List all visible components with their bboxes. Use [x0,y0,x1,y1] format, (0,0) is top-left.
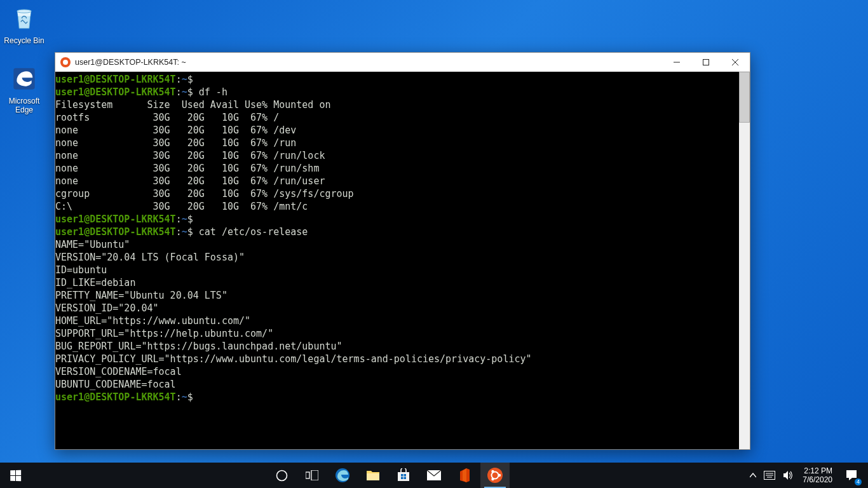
taskbar-task-view-button[interactable] [297,463,327,488]
store-icon [397,468,410,482]
scrollbar-thumb[interactable] [739,72,750,123]
taskbar-app-mail[interactable] [419,463,449,488]
edge-icon [9,64,39,94]
keyboard-icon [764,471,775,480]
circle-icon [276,470,288,482]
windows-logo-icon [10,470,21,480]
office-icon [458,468,471,483]
taskbar-app-ubuntu[interactable] [480,463,510,488]
svg-rect-11 [401,474,403,477]
desktop-icon-recycle-bin[interactable]: Recycle Bin [0,3,48,45]
scrollbar[interactable] [739,72,750,449]
maximize-button[interactable] [691,53,721,71]
recycle-bin-icon [9,3,39,34]
clock-date: 7/6/2020 [803,475,832,484]
desktop-icon-microsoft-edge[interactable]: Microsoft Edge [0,64,48,114]
svg-rect-7 [306,472,309,478]
chevron-up-icon [750,473,756,478]
svg-point-6 [276,470,287,480]
action-center-button[interactable]: 4 [837,463,865,488]
speaker-icon [783,470,794,480]
tray-show-hidden-icons[interactable] [746,463,760,488]
notification-badge: 4 [855,478,862,485]
svg-rect-3 [703,59,709,65]
taskbar-clock[interactable]: 2:12 PM 7/6/2020 [797,466,837,484]
svg-rect-14 [404,477,407,480]
desktop[interactable]: Recycle Bin Microsoft Edge user1@DESKTOP… [0,0,868,463]
svg-rect-10 [398,472,409,481]
ubuntu-icon [487,467,503,484]
window-title: user1@DESKTOP-LKRK54T: ~ [75,58,662,67]
edge-icon [335,468,350,483]
taskbar-cortana-button[interactable] [267,463,296,488]
folder-icon [366,469,380,482]
svg-rect-12 [404,474,407,477]
ubuntu-icon [60,57,71,67]
svg-point-19 [491,470,494,473]
svg-point-18 [498,474,501,477]
task-view-icon [306,470,318,480]
svg-rect-1 [13,68,34,89]
svg-rect-8 [311,470,318,480]
close-button[interactable] [721,53,750,71]
clock-time: 2:12 PM [803,466,832,475]
terminal-window[interactable]: user1@DESKTOP-LKRK54T: ~ user1@DESKTOP-L… [55,52,750,450]
tray-volume[interactable] [779,463,797,488]
svg-point-0 [17,10,32,13]
terminal-output[interactable]: user1@DESKTOP-LKRK54T:~$ user1@DESKTOP-L… [55,72,739,449]
window-titlebar[interactable]: user1@DESKTOP-LKRK54T: ~ [55,53,750,72]
mail-icon [426,470,442,481]
taskbar-app-edge[interactable] [328,463,357,488]
taskbar-app-office[interactable] [450,463,479,488]
desktop-icon-label: Recycle Bin [0,36,48,45]
desktop-icon-label: Microsoft Edge [0,97,48,114]
taskbar-app-file-explorer[interactable] [358,463,388,488]
minimize-button[interactable] [662,53,691,71]
taskbar-app-microsoft-store[interactable] [389,463,418,488]
taskbar: 2:12 PM 7/6/2020 4 [0,463,868,488]
svg-rect-13 [401,477,403,480]
start-button[interactable] [0,463,31,488]
tray-input-indicator[interactable] [760,463,779,488]
svg-point-20 [491,478,494,480]
